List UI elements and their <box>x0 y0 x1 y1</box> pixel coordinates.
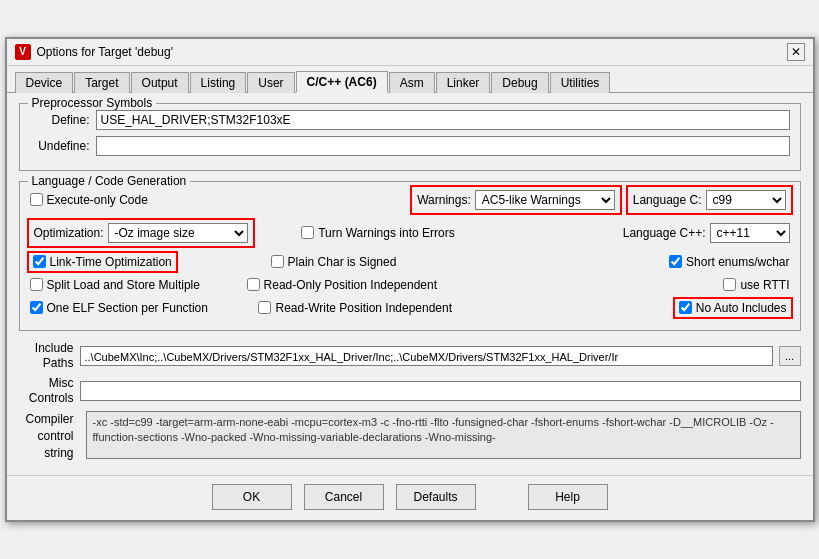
one-elf-checkbox[interactable] <box>30 301 43 314</box>
tab-debug[interactable]: Debug <box>491 72 548 93</box>
help-button[interactable]: Help <box>528 484 608 510</box>
row1: Execute-only Code Warnings: AC5-like War… <box>30 188 790 216</box>
language-c-label: Language C: <box>633 193 702 207</box>
language-group: Language / Code Generation Execute-only … <box>19 181 801 331</box>
short-enums-checkbox[interactable] <box>669 255 682 268</box>
misc-label: MiscControls <box>19 376 74 407</box>
undefine-row: Undefine: <box>30 136 790 156</box>
use-rtti-row: use RTTI <box>723 278 789 292</box>
use-rtti-checkbox[interactable] <box>723 278 736 291</box>
tab-bar: Device Target Output Listing User C/C++ … <box>7 66 813 93</box>
main-content: Preprocessor Symbols Define: Undefine: L… <box>7 93 813 476</box>
readonly-pos-label: Read-Only Position Independent <box>264 278 437 292</box>
tab-asm[interactable]: Asm <box>389 72 435 93</box>
split-load-checkbox[interactable] <box>30 278 43 291</box>
plain-char-row: Plain Char is Signed <box>271 255 397 269</box>
include-section: IncludePaths ..\CubeMX\Inc;..\CubeMX/Dri… <box>19 341 801 407</box>
turn-warnings-label: Turn Warnings into Errors <box>318 226 454 240</box>
no-auto-label: No Auto Includes <box>696 301 787 315</box>
tab-device[interactable]: Device <box>15 72 74 93</box>
link-time-row: Link-Time Optimization <box>30 254 175 270</box>
turn-warnings-row: Turn Warnings into Errors <box>301 226 454 240</box>
preprocessor-group: Preprocessor Symbols Define: Undefine: <box>19 103 801 171</box>
readwrite-pos-checkbox[interactable] <box>258 301 271 314</box>
readwrite-pos-label: Read-Write Position Independent <box>275 301 452 315</box>
define-row: Define: <box>30 110 790 130</box>
row3: Link-Time Optimization Plain Char is Sig… <box>30 254 790 274</box>
turn-warnings-checkbox[interactable] <box>301 226 314 239</box>
readwrite-pos-row: Read-Write Position Independent <box>258 301 452 315</box>
close-button[interactable]: ✕ <box>787 43 805 61</box>
ok-button[interactable]: OK <box>212 484 292 510</box>
window-title: Options for Target 'debug' <box>37 45 173 59</box>
no-auto-checkbox[interactable] <box>679 301 692 314</box>
browse-button[interactable]: ... <box>779 346 801 366</box>
footer: OK Cancel Defaults Help <box>7 475 813 520</box>
language-cpp-label: Language C++: <box>623 226 706 240</box>
optimization-label: Optimization: <box>34 226 104 240</box>
titlebar: V Options for Target 'debug' ✕ <box>7 39 813 66</box>
plain-char-checkbox[interactable] <box>271 255 284 268</box>
no-auto-row: No Auto Includes <box>676 300 790 316</box>
warnings-group: Warnings: AC5-like Warnings No Warnings … <box>413 188 619 212</box>
plain-char-label: Plain Char is Signed <box>288 255 397 269</box>
language-cpp-group: Language C++: c++11 c++14 c++17 <box>623 223 790 243</box>
row2: Optimization: -Oz image size -O0 -O1 -O2… <box>30 221 790 249</box>
execute-only-row: Execute-only Code <box>30 193 148 207</box>
split-load-label: Split Load and Store Multiple <box>47 278 200 292</box>
app-icon: V <box>15 44 31 60</box>
preprocessor-title: Preprocessor Symbols <box>28 96 157 110</box>
readonly-pos-row: Read-Only Position Independent <box>247 278 437 292</box>
execute-only-label: Execute-only Code <box>47 193 148 207</box>
use-rtti-label: use RTTI <box>740 278 789 292</box>
tab-utilities[interactable]: Utilities <box>550 72 611 93</box>
titlebar-left: V Options for Target 'debug' <box>15 44 173 60</box>
short-enums-label: Short enums/wchar <box>686 255 789 269</box>
one-elf-row: One ELF Section per Function <box>30 301 208 315</box>
language-c-group: Language C: c99 c90 gnu99 <box>629 188 790 212</box>
misc-input[interactable] <box>80 381 801 401</box>
one-elf-label: One ELF Section per Function <box>47 301 208 315</box>
tab-user[interactable]: User <box>247 72 294 93</box>
define-input[interactable] <box>96 110 790 130</box>
optimization-group: Optimization: -Oz image size -O0 -O1 -O2 <box>30 221 252 245</box>
link-time-checkbox[interactable] <box>33 255 46 268</box>
tab-target[interactable]: Target <box>74 72 129 93</box>
undefine-label: Undefine: <box>30 139 90 153</box>
compiler-label: Compilercontrolstring <box>19 411 74 461</box>
row4: Split Load and Store Multiple Read-Only … <box>30 278 790 296</box>
include-input[interactable]: ..\CubeMX\Inc;..\CubeMX/Drivers/STM32F1x… <box>80 346 773 366</box>
language-title: Language / Code Generation <box>28 174 191 188</box>
language-cpp-select[interactable]: c++11 c++14 c++17 <box>710 223 790 243</box>
misc-controls-row: MiscControls <box>19 376 801 407</box>
readonly-pos-checkbox[interactable] <box>247 278 260 291</box>
execute-only-checkbox[interactable] <box>30 193 43 206</box>
include-paths-row: IncludePaths ..\CubeMX\Inc;..\CubeMX/Dri… <box>19 341 801 372</box>
undefine-input[interactable] <box>96 136 790 156</box>
short-enums-row: Short enums/wchar <box>669 255 789 269</box>
warnings-label: Warnings: <box>417 193 471 207</box>
define-label: Define: <box>30 113 90 127</box>
tab-output[interactable]: Output <box>131 72 189 93</box>
row5: One ELF Section per Function Read-Write … <box>30 300 790 320</box>
tab-listing[interactable]: Listing <box>190 72 247 93</box>
compiler-string: -xc -std=c99 -target=arm-arm-none-eabi -… <box>86 411 801 459</box>
cancel-button[interactable]: Cancel <box>304 484 384 510</box>
optimization-select[interactable]: -Oz image size -O0 -O1 -O2 <box>108 223 248 243</box>
defaults-button[interactable]: Defaults <box>396 484 476 510</box>
main-window: V Options for Target 'debug' ✕ Device Ta… <box>5 37 815 523</box>
include-label: IncludePaths <box>19 341 74 372</box>
compiler-row: Compilercontrolstring -xc -std=c99 -targ… <box>19 411 801 461</box>
warnings-select[interactable]: AC5-like Warnings No Warnings All Warnin… <box>475 190 615 210</box>
tab-cpp[interactable]: C/C++ (AC6) <box>296 71 388 93</box>
link-time-label: Link-Time Optimization <box>50 255 172 269</box>
tab-linker[interactable]: Linker <box>436 72 491 93</box>
language-c-select[interactable]: c99 c90 gnu99 <box>706 190 786 210</box>
split-load-row: Split Load and Store Multiple <box>30 278 200 292</box>
